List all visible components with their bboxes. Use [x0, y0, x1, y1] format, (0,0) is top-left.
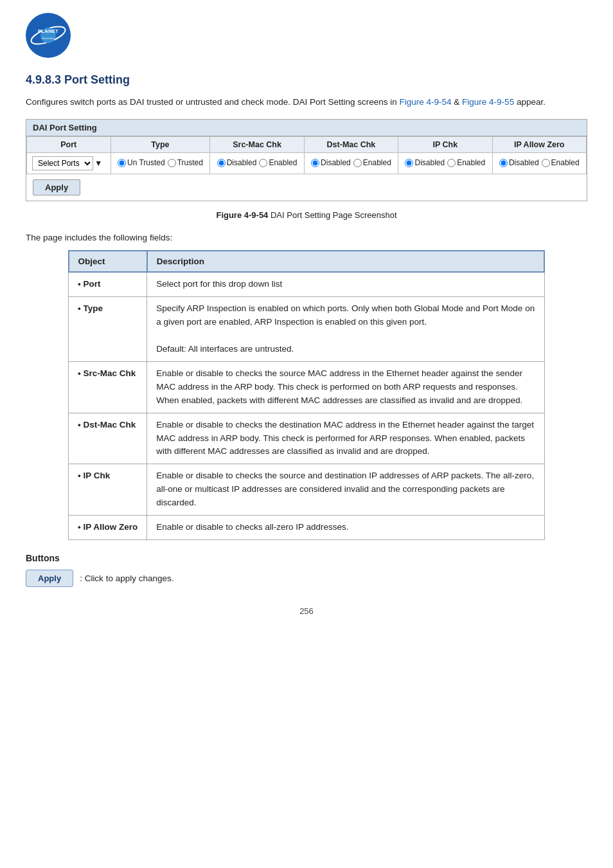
src-enabled-text: Enabled: [269, 158, 297, 167]
desc-description-cell: Enable or disable to checks all-zero IP …: [147, 516, 545, 540]
src-disabled-radio[interactable]: [217, 159, 226, 167]
figure-description: DAI Port Setting Page Screenshot: [271, 210, 397, 220]
buttons-row: Apply : Click to apply changes.: [26, 570, 587, 587]
desc-description-cell: Select port for this drop down list: [147, 272, 545, 296]
figure-link-2[interactable]: Figure 4-9-55: [462, 97, 514, 107]
zero-disabled-label[interactable]: Disabled: [499, 158, 539, 167]
figure-caption: Figure 4-9-54 DAI Port Setting Page Scre…: [26, 210, 587, 220]
src-enabled-label[interactable]: Enabled: [259, 158, 297, 167]
zero-enabled-text: Enabled: [551, 158, 580, 167]
untrusted-label[interactable]: Un Trusted: [118, 158, 165, 167]
apply-button-main[interactable]: Apply: [26, 570, 73, 587]
page-number: 256: [26, 606, 587, 616]
ip-allow-zero-cell: Disabled Enabled: [492, 153, 586, 174]
desc-row: • Src-Mac ChkEnable or disable to checks…: [69, 361, 545, 413]
untrusted-text: Un Trusted: [127, 158, 165, 167]
dst-mac-cell: Disabled Enabled: [304, 153, 398, 174]
desc-header-row: Object Description: [69, 251, 545, 272]
src-enabled-radio[interactable]: [259, 159, 267, 167]
svg-text:PLANET: PLANET: [38, 28, 58, 34]
desc-row: • TypeSpecify ARP Inspection is enabled …: [69, 297, 545, 362]
ip-enabled-label[interactable]: Enabled: [447, 158, 485, 167]
dst-enabled-label[interactable]: Enabled: [353, 158, 391, 167]
buttons-title: Buttons: [26, 553, 587, 563]
select-ports-group: Select Ports ▼: [32, 156, 102, 170]
untrusted-radio[interactable]: [118, 159, 126, 167]
desc-col-object: Object: [69, 251, 147, 272]
col-type: Type: [111, 137, 210, 153]
buttons-section: Buttons Apply : Click to apply changes.: [26, 553, 587, 587]
dst-enabled-text: Enabled: [363, 158, 391, 167]
figure-link-1[interactable]: Figure 4-9-54: [400, 97, 452, 107]
fields-intro: The page includes the following fields:: [26, 233, 587, 242]
dai-port-setting-box: DAI Port Setting Port Type Src-Mac Chk D…: [26, 119, 587, 201]
logo: PLANET Networking: [26, 13, 71, 58]
table-header-row: Port Type Src-Mac Chk Dst-Mac Chk IP Chk…: [27, 137, 587, 153]
ip-allow-zero-radio-group: Disabled Enabled: [499, 158, 580, 167]
table-row: Select Ports ▼ Un Trusted Trusted: [27, 153, 587, 174]
desc-description-cell: Enable or disable to checks the source a…: [147, 464, 545, 516]
zero-enabled-radio[interactable]: [542, 159, 550, 167]
dropdown-arrow: ▼: [94, 159, 102, 168]
src-mac-radio-group: Disabled Enabled: [217, 158, 298, 167]
page-header: PLANET Networking: [26, 13, 587, 58]
desc-row: • IP ChkEnable or disable to checks the …: [69, 464, 545, 516]
col-dst-mac: Dst-Mac Chk: [304, 137, 398, 153]
src-mac-cell: Disabled Enabled: [210, 153, 304, 174]
svg-text:Networking: Networking: [42, 37, 55, 40]
description-table: Object Description • PortSelect port for…: [68, 250, 546, 540]
port-cell: Select Ports ▼: [27, 153, 111, 174]
desc-row: • Dst-Mac ChkEnable or disable to checks…: [69, 413, 545, 464]
intro-paragraph: Configures switch ports as DAI trusted o…: [26, 96, 587, 109]
port-select[interactable]: Select Ports: [32, 156, 93, 170]
dst-mac-radio-group: Disabled Enabled: [311, 158, 391, 167]
desc-row: • PortSelect port for this drop down lis…: [69, 272, 545, 296]
ip-enabled-text: Enabled: [457, 158, 485, 167]
dst-disabled-label[interactable]: Disabled: [311, 158, 351, 167]
ip-disabled-radio[interactable]: [405, 159, 413, 167]
zero-disabled-radio[interactable]: [499, 159, 508, 167]
type-radio-group: Un Trusted Trusted: [118, 158, 203, 167]
ip-chk-cell: Disabled Enabled: [398, 153, 492, 174]
src-disabled-label[interactable]: Disabled: [217, 158, 257, 167]
dst-disabled-text: Disabled: [321, 158, 351, 167]
desc-object-cell: • Port: [69, 272, 147, 296]
figure-label: Figure 4-9-54: [216, 210, 268, 220]
ip-enabled-radio[interactable]: [447, 159, 456, 167]
apply-button-row: Apply: [26, 174, 587, 201]
desc-description-cell: Enable or disable to checks the source M…: [147, 361, 545, 413]
col-src-mac: Src-Mac Chk: [210, 137, 304, 153]
trusted-radio[interactable]: [168, 159, 176, 167]
src-disabled-text: Disabled: [227, 158, 257, 167]
col-port: Port: [27, 137, 111, 153]
desc-col-description: Description: [147, 251, 545, 272]
desc-object-cell: • Type: [69, 297, 147, 362]
page-title: 4.9.8.3 Port Setting: [26, 73, 587, 87]
type-cell: Un Trusted Trusted: [111, 153, 210, 174]
dai-table: Port Type Src-Mac Chk Dst-Mac Chk IP Chk…: [26, 136, 587, 174]
desc-object-cell: • Src-Mac Chk: [69, 361, 147, 413]
ip-chk-radio-group: Disabled Enabled: [405, 158, 485, 167]
col-ip-chk: IP Chk: [398, 137, 492, 153]
logo-icon: PLANET Networking: [26, 13, 71, 58]
desc-object-cell: • IP Chk: [69, 464, 147, 516]
zero-disabled-text: Disabled: [509, 158, 539, 167]
desc-description-cell: Specify ARP Inspection is enabled on whi…: [147, 297, 545, 362]
dst-disabled-radio[interactable]: [311, 159, 319, 167]
trusted-text: Trusted: [177, 158, 203, 167]
apply-button[interactable]: Apply: [33, 179, 80, 195]
col-ip-allow-zero: IP Allow Zero: [492, 137, 586, 153]
apply-description: : Click to apply changes.: [80, 574, 173, 583]
desc-row: • IP Allow ZeroEnable or disable to chec…: [69, 516, 545, 540]
ip-disabled-text: Disabled: [414, 158, 445, 167]
desc-description-cell: Enable or disable to checks the destinat…: [147, 413, 545, 464]
dai-box-title: DAI Port Setting: [26, 120, 587, 136]
desc-object-cell: • Dst-Mac Chk: [69, 413, 147, 464]
dst-enabled-radio[interactable]: [353, 159, 362, 167]
ip-disabled-label[interactable]: Disabled: [405, 158, 445, 167]
desc-object-cell: • IP Allow Zero: [69, 516, 147, 540]
zero-enabled-label[interactable]: Enabled: [542, 158, 580, 167]
trusted-label[interactable]: Trusted: [168, 158, 203, 167]
